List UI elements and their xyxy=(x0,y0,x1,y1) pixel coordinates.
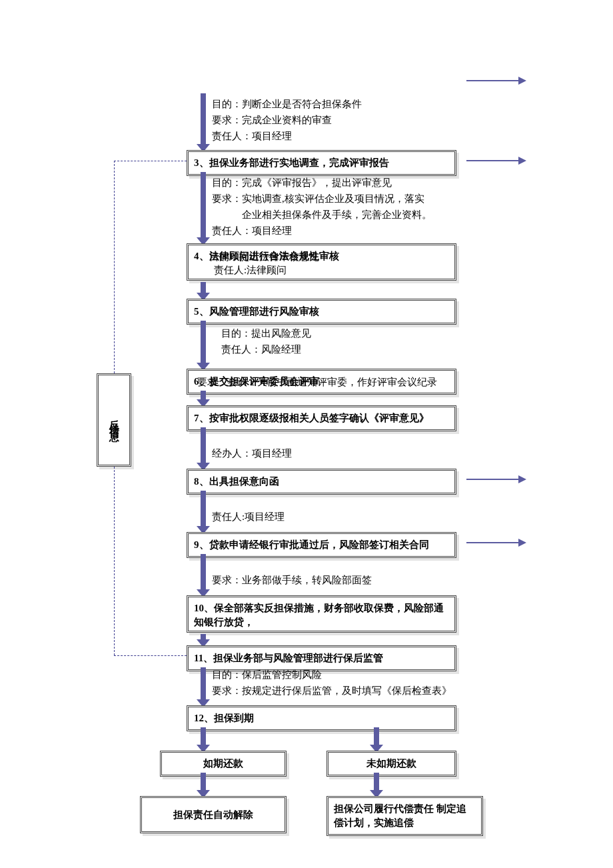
arrow-step3-right xyxy=(466,160,520,161)
feedback-sidebar: 反馈信息 xyxy=(97,373,131,467)
dash-low-h xyxy=(114,655,187,656)
arrow-top-right xyxy=(466,80,520,81)
pre-note-2: 要求：完成企业资料的审查 xyxy=(212,112,332,128)
step11-note-2: 要求：按规定进行保后监管，及时填写《保后检查表》 xyxy=(212,683,452,699)
arrow-5-6 xyxy=(201,321,206,364)
step-12: 12、担保到期 xyxy=(187,705,456,731)
arrow-right-down xyxy=(374,773,379,791)
step-4-sub1: 目的：提出法律审核意见 xyxy=(209,249,319,265)
step-7: 7、按审批权限逐级报相关人员签字确认《评审意见》 xyxy=(187,405,456,431)
step3-note-4: 责任人：项目经理 xyxy=(212,223,292,239)
step-3: 3、担保业务部进行实地调查，完成评审报告 xyxy=(187,150,456,176)
step3-note-1: 目的：完成《评审报告》，提出评审意见 xyxy=(212,175,392,191)
pre-note-3: 责任人：项目经理 xyxy=(212,128,292,144)
arrow-7-8 xyxy=(201,427,206,464)
step5-note-2: 责任人：风险经理 xyxy=(221,341,301,357)
arrow-3-4 xyxy=(201,172,206,239)
step9-after: 要求：业务部做手续，转风险部面签 xyxy=(212,572,372,588)
step-5: 5、风险管理部进行风险审核 xyxy=(187,299,456,325)
step-6-sub: 要求：会议 2 天前书面通知评审委，作好评审会议纪录 xyxy=(197,374,437,390)
step8-pre: 经办人：项目经理 xyxy=(212,445,292,461)
dash-up-h xyxy=(114,161,187,161)
dash-low-v xyxy=(114,467,115,655)
step3-note-3: 企业相关担保条件及手续，完善企业资料。 xyxy=(212,207,432,223)
step3-note-2: 要求：实地调查,核实评估企业及项目情况，落实 xyxy=(212,191,424,207)
arrow-step8-right xyxy=(466,479,520,480)
step-9: 9、贷款申请经银行审批通过后，风险部签订相关合同 xyxy=(187,532,456,558)
arrow-8-9 xyxy=(201,491,206,527)
step-8: 8、出具担保意向函 xyxy=(187,469,456,495)
arrow-12-right xyxy=(374,727,379,746)
arrow-left-down xyxy=(201,773,206,791)
arrow-11-12 xyxy=(201,667,206,701)
left-top: 如期还款 xyxy=(160,751,287,777)
arrow-12-left xyxy=(201,727,206,746)
pre-note-1: 目的：判断企业是否符合担保条件 xyxy=(212,96,362,112)
step-4-sub2: 责任人:法律顾问 xyxy=(194,263,449,277)
flowchart: 目的：判断企业是否符合担保条件 要求：完成企业资料的审查 责任人：项目经理 3、… xyxy=(0,0,613,868)
step8-after: 责任人:项目经理 xyxy=(212,509,285,525)
step11-note-1: 目的：保后监管控制风险 xyxy=(212,667,322,683)
arrow-10-11 xyxy=(201,634,206,641)
arrow-pre xyxy=(201,93,206,145)
step5-note-1: 目的：提出风险意见 xyxy=(221,325,311,341)
arrow-9-10 xyxy=(201,554,206,591)
arrow-step9-right xyxy=(466,542,520,543)
left-bottom: 担保责任自动解除 xyxy=(140,796,287,833)
step-10: 10、保全部落实反担保措施，财务部收取保费，风险部通知银行放贷， xyxy=(187,595,456,633)
arrow-6-7 xyxy=(201,391,206,401)
right-bottom: 担保公司履行代偿责任 制定追偿计划，实施追偿 xyxy=(326,796,483,836)
arrow-4-5 xyxy=(201,282,206,294)
right-top: 未如期还款 xyxy=(326,751,456,777)
dash-up-v xyxy=(114,161,115,373)
